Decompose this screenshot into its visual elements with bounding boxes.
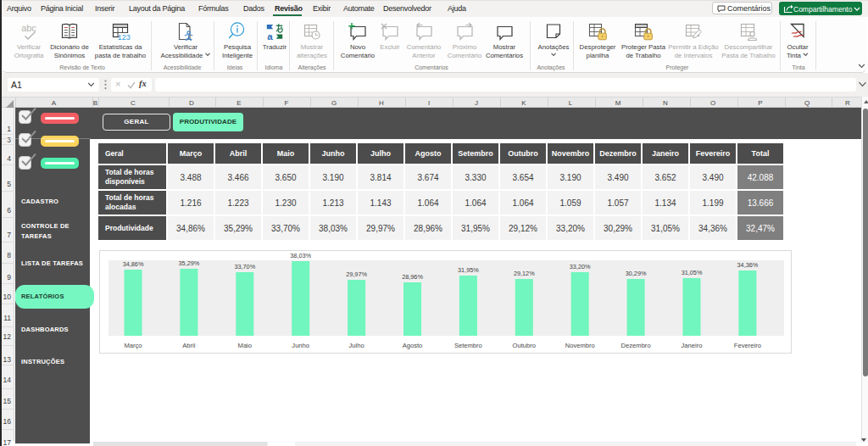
svg-text:35,29%: 35,29% [179,259,200,267]
svg-text:Fevereiro: Fevereiro [734,342,761,349]
svg-text:33,70%: 33,70% [234,263,255,270]
svg-text:29,97%: 29,97% [346,270,367,278]
svg-text:Outubro: Outubro [513,342,536,349]
svg-text:Maio: Maio [238,342,252,349]
svg-text:Março: Março [124,342,142,349]
svg-text:30,29%: 30,29% [626,270,647,277]
svg-text:Abril: Abril [182,342,196,349]
svg-text:33,20%: 33,20% [570,263,591,270]
svg-text:abc: abc [21,23,36,33]
svg-text:Janeiro: Janeiro [682,342,703,349]
svg-text:34,36%: 34,36% [737,261,759,269]
svg-text:Novembro: Novembro [565,342,595,349]
svg-text:Setembro: Setembro [454,342,482,349]
svg-text:Julho: Julho [349,342,364,349]
svg-text:38,03%: 38,03% [290,252,311,259]
svg-text:Agosto: Agosto [403,342,423,349]
svg-text:Dezembro: Dezembro [621,342,651,349]
svg-text:31,95%: 31,95% [458,266,479,274]
svg-text:34,86%: 34,86% [123,260,144,268]
svg-text:Junho: Junho [292,342,309,349]
svg-text:28,96%: 28,96% [402,273,423,281]
svg-text:29,12%: 29,12% [514,270,535,277]
svg-text:a: a [267,31,273,42]
svg-text:123: 123 [118,33,131,42]
svg-text:31,05%: 31,05% [682,269,703,276]
